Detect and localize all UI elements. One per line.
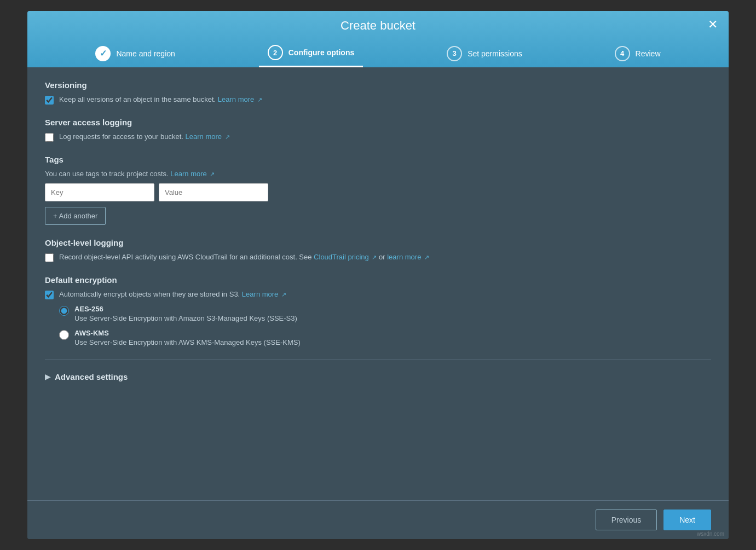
object-logging-learn-more[interactable]: learn more ↗ — [387, 253, 429, 261]
versioning-title: Versioning — [45, 80, 711, 90]
modal-title: Create bucket — [341, 19, 415, 33]
aws-kms-title: AWS-KMS — [74, 329, 301, 337]
tag-key-input[interactable] — [45, 183, 154, 201]
modal-header: Create bucket ✕ ✓ Name and region 2 Conf… — [27, 11, 729, 67]
step-2-number: 2 — [273, 49, 277, 57]
step-3-label: Set permissions — [468, 49, 522, 58]
encryption-radio-group: AES-256 Use Server-Side Encryption with … — [59, 305, 711, 346]
object-level-logging-title: Object-level logging — [45, 238, 711, 247]
content-divider — [45, 360, 711, 360]
step-4-number: 4 — [620, 49, 624, 57]
object-logging-external-icon: ↗ — [424, 254, 429, 260]
create-bucket-modal: Create bucket ✕ ✓ Name and region 2 Conf… — [27, 11, 729, 539]
tags-title: Tags — [45, 155, 711, 164]
aws-kms-radio[interactable] — [59, 330, 69, 340]
step-3-circle: 3 — [447, 46, 462, 61]
previous-button[interactable]: Previous — [596, 510, 657, 530]
advanced-settings-toggle[interactable]: ▶ Advanced settings — [45, 369, 711, 385]
object-level-logging-checkbox[interactable] — [45, 253, 54, 262]
default-encryption-checkbox-row: Automatically encrypt objects when they … — [45, 290, 711, 299]
default-encryption-learn-more[interactable]: Learn more ↗ — [242, 290, 286, 298]
step-set-permissions[interactable]: 3 Set permissions — [438, 40, 531, 67]
next-button[interactable]: Next — [663, 510, 711, 530]
step-review[interactable]: 4 Review — [606, 40, 670, 67]
cloudtrail-external-icon: ↗ — [372, 254, 377, 260]
watermark: wsxdn.com — [697, 531, 724, 537]
versioning-external-icon: ↗ — [257, 96, 262, 103]
versioning-checkbox-row: Keep all versions of an object in the sa… — [45, 95, 711, 105]
server-access-logging-checkbox-row: Log requests for access to your bucket. … — [45, 132, 711, 142]
object-level-logging-checkbox-row: Record object-level API activity using A… — [45, 253, 711, 262]
tags-inputs-row — [45, 183, 711, 201]
default-encryption-section: Default encryption Automatically encrypt… — [45, 275, 711, 346]
tags-learn-more[interactable]: Learn more ↗ — [170, 170, 215, 178]
server-access-logging-checkbox[interactable] — [45, 133, 54, 142]
versioning-learn-more[interactable]: Learn more ↗ — [218, 95, 262, 103]
step-4-circle: 4 — [615, 46, 630, 61]
aes256-description: Use Server-Side Encryption with Amazon S… — [74, 314, 297, 322]
encryption-option-aws-kms: AWS-KMS Use Server-Side Encryption with … — [59, 329, 711, 346]
step-1-label: Name and region — [116, 49, 175, 58]
default-encryption-external-icon: ↗ — [281, 291, 286, 298]
default-encryption-checkbox[interactable] — [45, 291, 54, 299]
server-access-logging-label: Log requests for access to your bucket. … — [59, 132, 230, 141]
modal-footer: Previous Next — [27, 500, 729, 539]
step-4-label: Review — [636, 49, 661, 58]
aws-kms-description: Use Server-Side Encryption with AWS KMS-… — [74, 338, 301, 346]
aes256-title: AES-256 — [74, 305, 297, 313]
server-access-logging-learn-more[interactable]: Learn more ↗ — [186, 132, 230, 141]
aes256-label: AES-256 Use Server-Side Encryption with … — [74, 305, 297, 322]
modal-title-row: Create bucket ✕ — [38, 19, 718, 33]
server-access-logging-external-icon: ↗ — [225, 134, 230, 140]
versioning-checkbox[interactable] — [45, 96, 54, 105]
tags-description: You can use tags to track project costs.… — [45, 170, 711, 178]
step-1-check: ✓ — [100, 48, 107, 59]
tags-external-icon: ↗ — [210, 171, 215, 177]
modal-content: Versioning Keep all versions of an objec… — [27, 67, 729, 500]
tags-section: Tags You can use tags to track project c… — [45, 155, 711, 225]
step-2-label: Configure options — [288, 48, 355, 57]
versioning-section: Versioning Keep all versions of an objec… — [45, 80, 711, 105]
step-3-number: 3 — [453, 49, 457, 57]
advanced-settings-label: Advanced settings — [55, 372, 128, 381]
step-1-circle: ✓ — [95, 46, 111, 61]
step-2-circle: 2 — [268, 45, 283, 60]
object-level-logging-label: Record object-level API activity using A… — [59, 253, 429, 261]
advanced-settings-arrow: ▶ — [45, 373, 50, 381]
aws-kms-label: AWS-KMS Use Server-Side Encryption with … — [74, 329, 301, 346]
server-access-logging-title: Server access logging — [45, 118, 711, 127]
cloudtrail-pricing-link[interactable]: CloudTrail pricing ↗ — [314, 253, 379, 261]
add-another-button[interactable]: + Add another — [45, 207, 106, 225]
tag-value-input[interactable] — [159, 183, 268, 201]
default-encryption-title: Default encryption — [45, 275, 711, 285]
versioning-label: Keep all versions of an object in the sa… — [59, 95, 262, 103]
default-encryption-label: Automatically encrypt objects when they … — [59, 290, 286, 298]
step-name-and-region[interactable]: ✓ Name and region — [86, 40, 183, 67]
step-configure-options[interactable]: 2 Configure options — [259, 39, 363, 67]
steps-row: ✓ Name and region 2 Configure options 3 … — [38, 39, 718, 67]
object-level-logging-section: Object-level logging Record object-level… — [45, 238, 711, 262]
server-access-logging-section: Server access logging Log requests for a… — [45, 118, 711, 142]
aes256-radio[interactable] — [59, 306, 69, 316]
close-button[interactable]: ✕ — [708, 19, 718, 31]
encryption-option-aes256: AES-256 Use Server-Side Encryption with … — [59, 305, 711, 322]
